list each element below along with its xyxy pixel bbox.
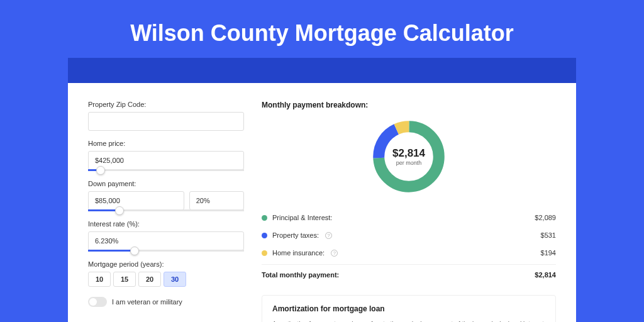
interest-input[interactable]: [88, 231, 244, 250]
period-button-20[interactable]: 20: [138, 272, 161, 287]
down-payment-block: Down payment:: [88, 180, 244, 211]
breakdown-title: Monthly payment breakdown:: [262, 101, 556, 109]
period-button-15[interactable]: 15: [113, 272, 136, 287]
amortization-card: Amortization for mortgage loan Amortizat…: [262, 295, 556, 322]
legend-dot-icon: [262, 233, 267, 238]
legend-row: Principal & Interest:$2,089: [262, 209, 556, 226]
period-button-group: 10152030: [88, 272, 244, 287]
down-payment-percent-input[interactable]: [189, 191, 244, 210]
legend-value: $531: [541, 231, 556, 239]
payment-donut-chart: $2,814 per month: [369, 117, 448, 196]
down-payment-label: Down payment:: [88, 180, 244, 187]
down-payment-slider[interactable]: [88, 209, 244, 211]
period-block: Mortgage period (years): 10152030: [88, 260, 244, 287]
breakdown-panel: Monthly payment breakdown: $2,814 per mo…: [262, 101, 556, 322]
veteran-label: I am veteran or military: [112, 298, 182, 306]
veteran-toggle[interactable]: [88, 297, 107, 307]
legend-list: Principal & Interest:$2,089Property taxe…: [262, 209, 556, 262]
total-label: Total monthly payment:: [262, 271, 339, 279]
calculator-card: Property Zip Code: Home price: Down paym…: [68, 83, 576, 322]
interest-label: Interest rate (%):: [88, 220, 244, 228]
legend-label: Principal & Interest:: [272, 214, 332, 221]
home-price-label: Home price:: [88, 140, 244, 147]
legend-dot-icon: [262, 215, 267, 221]
total-row: Total monthly payment: $2,814: [262, 264, 556, 285]
total-value: $2,814: [535, 271, 556, 279]
legend-label: Home insurance:: [272, 249, 325, 257]
donut-amount: $2,814: [392, 147, 425, 160]
legend-row: Home insurance:?$194: [262, 244, 556, 262]
legend-dot-icon: [262, 250, 267, 256]
home-price-block: Home price:: [88, 140, 244, 171]
info-icon[interactable]: ?: [325, 232, 332, 239]
zip-block: Property Zip Code:: [88, 101, 244, 131]
interest-slider[interactable]: [88, 250, 244, 252]
page-title: Wilson County Mortgage Calculator: [0, 0, 644, 58]
home-price-slider[interactable]: [88, 169, 244, 171]
legend-label: Property taxes:: [272, 231, 319, 239]
legend-value: $194: [541, 249, 556, 257]
amortization-title: Amortization for mortgage loan: [272, 304, 545, 313]
zip-label: Property Zip Code:: [88, 101, 244, 108]
home-price-input[interactable]: [88, 151, 244, 170]
down-payment-amount-input[interactable]: [88, 191, 184, 210]
veteran-row: I am veteran or military: [88, 297, 244, 307]
legend-value: $2,089: [535, 214, 556, 221]
legend-row: Property taxes:?$531: [262, 226, 556, 244]
form-panel: Property Zip Code: Home price: Down paym…: [88, 101, 244, 322]
amortization-text: Amortization for a mortgage loan refers …: [272, 319, 545, 322]
period-button-30[interactable]: 30: [164, 272, 186, 287]
period-label: Mortgage period (years):: [88, 260, 244, 268]
interest-block: Interest rate (%):: [88, 220, 244, 252]
header-accent-bar: [68, 58, 576, 83]
info-icon[interactable]: ?: [331, 250, 338, 257]
period-button-10[interactable]: 10: [88, 272, 111, 287]
zip-input[interactable]: [88, 112, 244, 131]
donut-subtext: per month: [392, 160, 425, 166]
